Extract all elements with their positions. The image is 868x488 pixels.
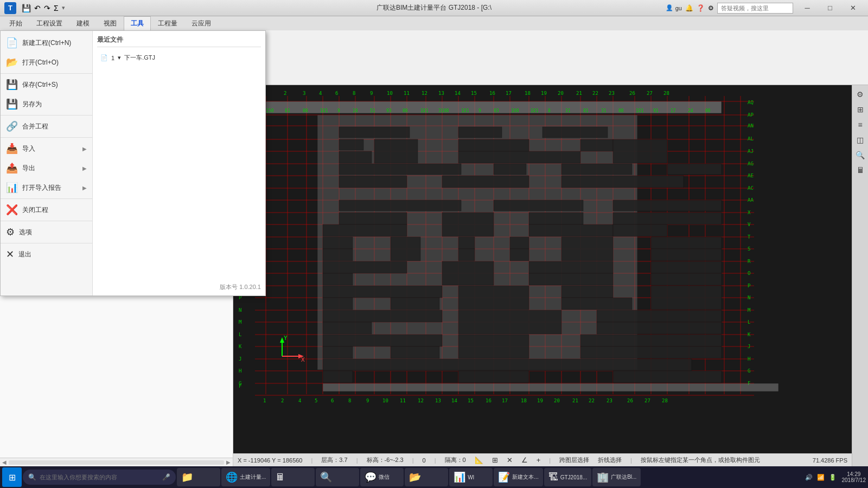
tab-cloud[interactable]: 云应用 [184, 16, 218, 31]
svg-rect-175 [529, 213, 583, 224]
menu-open[interactable]: 📂 打开(Ctrl+O) [1, 53, 92, 72]
tab-start[interactable]: 开始 [2, 16, 29, 31]
tab-quantity[interactable]: 工程量 [151, 16, 184, 31]
svg-text:M: M [239, 319, 242, 325]
svg-text:1: 1 [263, 398, 266, 403]
taskbar-search[interactable]: 🔍 🎤 [23, 470, 176, 485]
svg-text:S: S [748, 246, 750, 252]
app-icon: T [4, 2, 16, 14]
maximize-button[interactable]: □ [819, 2, 841, 14]
tab-build[interactable]: 建模 [69, 16, 97, 31]
svg-rect-160 [339, 151, 372, 163]
svg-rect-182 [458, 237, 475, 249]
svg-text:81: 81 [285, 108, 290, 113]
header-search-input[interactable] [717, 3, 793, 14]
tray-icon-2[interactable]: 📶 [817, 474, 825, 481]
svg-text:F: F [239, 383, 241, 389]
taskbar-app-notepad[interactable]: 📝 新建文本... [494, 468, 542, 486]
menu-save-as[interactable]: 💾 另存为 [1, 94, 92, 114]
undo-icon[interactable]: ↶ [34, 4, 41, 12]
svg-text:AL: AL [748, 136, 754, 142]
taskbar-app-folder[interactable]: 📂 [405, 468, 448, 486]
search-icon: 🔍 [28, 473, 36, 481]
mic-icon[interactable]: 🎤 [162, 473, 170, 481]
menu-options[interactable]: ⚙ 选项 [1, 222, 92, 242]
svg-rect-173 [339, 213, 407, 224]
save-quick-icon[interactable]: 💾 [22, 4, 31, 12]
close-button[interactable]: ✕ [842, 2, 864, 14]
measure-tool-icon[interactable]: 📐 [475, 456, 483, 464]
rt-calc-btn[interactable]: 🖩 [853, 163, 867, 177]
svg-text:17: 17 [502, 398, 508, 403]
horizontal-scrollbar[interactable]: ◀ ▶ [0, 458, 233, 466]
help-icon[interactable]: ❓ [697, 4, 705, 12]
svg-rect-157 [374, 139, 418, 163]
taskbar-app-browser[interactable]: 🌐 土建计量... [221, 468, 270, 486]
tray-icon-3[interactable]: 🔋 [829, 474, 837, 481]
username: gu [675, 5, 682, 11]
svg-text:181: 181 [420, 108, 429, 113]
taskbar-app-search[interactable]: 🔍 [316, 468, 359, 486]
file-menu-dropdown: 📄 新建工程(Ctrl+N) 📂 打开(Ctrl+O) 💾 保存(Ctrl+S)… [0, 30, 266, 296]
svg-rect-194 [323, 273, 353, 285]
rt-list-btn[interactable]: ≡ [853, 118, 867, 132]
notification-icon[interactable]: 🔔 [685, 4, 693, 12]
report-icon: 📊 [6, 182, 18, 194]
svg-text:15: 15 [471, 91, 477, 96]
rt-settings-btn[interactable]: ⚙ [853, 87, 867, 101]
svg-text:17: 17 [506, 91, 512, 96]
svg-rect-188 [510, 249, 529, 261]
menu-save[interactable]: 💾 保存(Ctrl+S) [1, 75, 92, 94]
snap-icon[interactable]: ✕ [507, 456, 513, 464]
taskbar-app-gld[interactable]: 🏢 广联达Bl... [592, 468, 641, 486]
menu-export[interactable]: 📤 导出 ▶ [1, 158, 92, 178]
svg-text:22: 22 [589, 398, 595, 403]
exit-icon: ✕ [6, 248, 14, 260]
menu-merge[interactable]: 🔗 合并工程 [1, 117, 92, 136]
svg-text:V: V [748, 222, 751, 227]
svg-rect-183 [510, 237, 529, 249]
svg-text:AE: AE [748, 173, 754, 178]
menu-new-project[interactable]: 📄 新建工程(Ctrl+N) [1, 33, 92, 53]
svg-text:K: K [748, 332, 751, 337]
angle-icon[interactable]: ∠ [521, 456, 528, 464]
taskbar-app-wl[interactable]: 📊 Wl [449, 468, 493, 486]
sum-icon[interactable]: Σ [54, 4, 59, 12]
menu-open-report[interactable]: 📊 打开导入报告 ▶ [1, 178, 92, 197]
taskbar-app-wechat[interactable]: 💬 微信 [360, 468, 404, 486]
svg-text:18: 18 [521, 398, 527, 403]
gtj-label: GTJ2018... [560, 474, 587, 480]
taskbar-app-explorer[interactable]: 📁 [177, 468, 220, 486]
rt-layers-btn[interactable]: ◫ [853, 133, 867, 147]
tray-icon-1[interactable]: 🔊 [805, 474, 813, 481]
elevation: 标高：-6~-2.3 [367, 456, 404, 464]
gtj-icon: 🏗 [548, 472, 558, 483]
menu-exit-label: 退出 [18, 250, 31, 259]
taskbar-clock[interactable]: 14:29 2018/7/12 [842, 471, 866, 483]
taskbar-app-calc[interactable]: 🖩 [271, 468, 315, 486]
tab-tools[interactable]: 工具 [124, 16, 151, 31]
rt-grid-btn[interactable]: ⊞ [853, 102, 867, 117]
menu-exit[interactable]: ✕ 退出 [1, 245, 92, 264]
svg-rect-196 [651, 273, 722, 285]
save-icon: 💾 [6, 79, 18, 91]
svg-text:181: 181 [636, 108, 644, 113]
scroll-track[interactable] [9, 460, 224, 465]
rt-zoom-btn[interactable]: 🔍 [853, 148, 867, 162]
start-button[interactable]: ⊞ [2, 467, 22, 487]
cad-canvas-area[interactable]: 12 34 68 910 1112 1314 1516 1718 1920 21… [233, 85, 852, 453]
redo-icon[interactable]: ↷ [44, 4, 50, 12]
minimize-button[interactable]: ─ [796, 2, 818, 14]
menu-close-project[interactable]: ❌ 关闭工程 [1, 200, 92, 220]
grid-icon[interactable]: ⊞ [492, 456, 498, 464]
svg-rect-166 [667, 164, 722, 175]
export-icon: 📤 [6, 162, 18, 174]
settings-icon[interactable]: ⚙ [708, 4, 714, 12]
taskbar-search-input[interactable] [40, 474, 159, 480]
taskbar-app-gtj[interactable]: 🏗 GTJ2018... [544, 468, 591, 486]
tab-view[interactable]: 视图 [97, 16, 124, 31]
recent-file-1[interactable]: 📄 1 ▾ 下一车.GTJ [97, 52, 261, 64]
menu-import[interactable]: 📥 导入 ▶ [1, 139, 92, 158]
more-icon[interactable]: + [537, 456, 541, 464]
tab-project-settings[interactable]: 工程设置 [29, 16, 69, 31]
